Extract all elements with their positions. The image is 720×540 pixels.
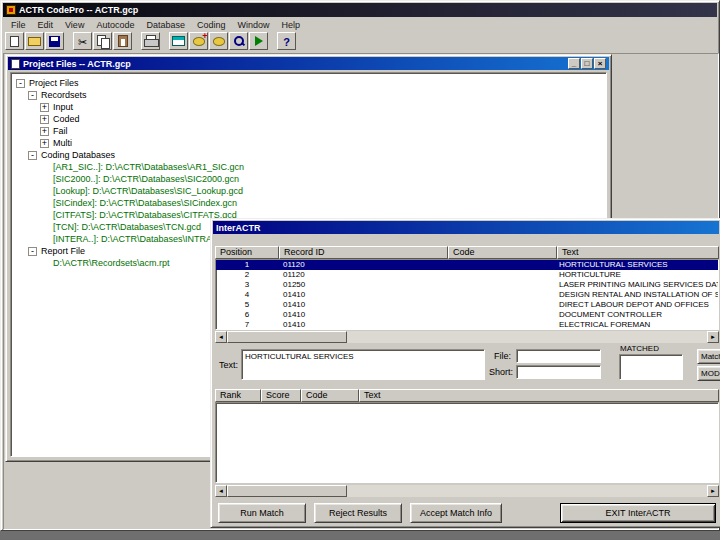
tree-item-coding-databases[interactable]: -Coding Databases bbox=[11, 149, 606, 161]
menu-coding[interactable]: Coding bbox=[191, 20, 232, 30]
tree-item-label: [INTERA..]: D:\ACTR\Databases\INTRA.gcn bbox=[53, 234, 229, 244]
tree-item-project-files[interactable]: -Project Files bbox=[11, 77, 606, 89]
interactr-window: InterACTR Position Record ID Code Text 1… bbox=[210, 218, 720, 528]
toolbar-button-search[interactable] bbox=[229, 32, 248, 50]
toolbar-button-copy[interactable] bbox=[93, 32, 112, 50]
result-row[interactable]: 501410DIRECT LABOUR DEPOT AND OFFICES bbox=[216, 300, 718, 310]
result-row[interactable]: 601410DOCUMENT CONTROLLER bbox=[216, 310, 718, 320]
tree-expander[interactable]: - bbox=[28, 151, 37, 160]
new-file-icon bbox=[10, 36, 19, 47]
menu-view[interactable]: View bbox=[59, 20, 90, 30]
scroll-track[interactable] bbox=[227, 331, 707, 343]
project-window-icon bbox=[11, 59, 20, 69]
short-field[interactable] bbox=[516, 365, 601, 379]
toolbar-button-database[interactable] bbox=[209, 32, 228, 50]
scroll-right-button[interactable]: ► bbox=[707, 485, 719, 497]
toolbar-button-grid[interactable] bbox=[169, 32, 188, 50]
toolbar-button-paste[interactable] bbox=[113, 32, 132, 50]
toolbar-button-save[interactable] bbox=[45, 32, 64, 50]
scroll-thumb[interactable] bbox=[227, 485, 347, 497]
close-button[interactable]: × bbox=[594, 58, 606, 69]
cell-code bbox=[447, 270, 556, 280]
toolbar-button-new[interactable] bbox=[5, 32, 24, 50]
menu-help[interactable]: Help bbox=[276, 20, 307, 30]
cell-position: 6 bbox=[216, 310, 278, 320]
project-window-titlebar[interactable]: Project Files -- ACTR.gcp _ □ × bbox=[8, 57, 609, 70]
result-row[interactable]: 401410DESIGN RENTAL AND INSTALLATION OF … bbox=[216, 290, 718, 300]
column-header-rank[interactable]: Rank bbox=[215, 389, 261, 402]
menu-file[interactable]: File bbox=[5, 20, 32, 30]
reject-results-button[interactable]: Reject Results bbox=[314, 503, 402, 523]
toolbar-button-help[interactable] bbox=[277, 32, 296, 50]
toolbar-button-run[interactable] bbox=[249, 32, 268, 50]
tree-expander[interactable]: - bbox=[28, 247, 37, 256]
scroll-right-button[interactable]: ► bbox=[707, 331, 719, 343]
tree-expander[interactable]: - bbox=[28, 91, 37, 100]
cell-text: HORTICULTURE bbox=[556, 270, 718, 280]
matched-field[interactable] bbox=[619, 354, 683, 380]
menu-window[interactable]: Window bbox=[231, 20, 275, 30]
tree-item-label: [AR1_SIC..]: D:\ACTR\Databases\AR1_SIC.g… bbox=[53, 162, 244, 172]
scroll-left-button[interactable]: ◄ bbox=[215, 331, 227, 343]
tree-expander[interactable]: + bbox=[40, 139, 49, 148]
toolbar-button-print[interactable] bbox=[141, 32, 160, 50]
tree-expander[interactable]: + bbox=[40, 103, 49, 112]
column-header-code[interactable]: Code bbox=[448, 246, 557, 259]
tree-expander[interactable]: + bbox=[40, 115, 49, 124]
toolbar-button-database-add[interactable] bbox=[189, 32, 208, 50]
tree-item-db-sicindex[interactable]: [SICindex]: D:\ACTR\Databases\SICindex.g… bbox=[11, 197, 606, 209]
grid-icon bbox=[172, 36, 185, 46]
tree-item-label: Coding Databases bbox=[41, 150, 115, 160]
column-header-score[interactable]: Score bbox=[261, 389, 301, 402]
short-field-label: Short: bbox=[489, 367, 513, 377]
tree-item-fail[interactable]: +Fail bbox=[11, 125, 606, 137]
column-header-position[interactable]: Position bbox=[215, 246, 279, 259]
text-field[interactable]: HORTICULTURAL SERVICES bbox=[241, 349, 485, 380]
column-header-record-id[interactable]: Record ID bbox=[279, 246, 448, 259]
file-field[interactable] bbox=[516, 349, 601, 363]
result-row[interactable]: 101120HORTICULTURAL SERVICES bbox=[216, 260, 718, 270]
tree-item-label: [SICindex]: D:\ACTR\Databases\SICindex.g… bbox=[53, 198, 237, 208]
scroll-thumb[interactable] bbox=[227, 331, 347, 343]
tree-expander[interactable]: - bbox=[16, 79, 25, 88]
toolbar-separator bbox=[133, 32, 141, 50]
match-hscrollbar[interactable]: ◄ ► bbox=[215, 485, 719, 497]
tree-item-label: [TCN]: D:\ACTR\Databases\TCN.gcd bbox=[53, 222, 201, 232]
accept-match-info-button[interactable]: Accept Match Info bbox=[410, 503, 502, 523]
toolbar-button-cut[interactable] bbox=[73, 32, 92, 50]
mod-button[interactable]: MOD bbox=[697, 366, 720, 381]
match-button[interactable]: Match bbox=[697, 349, 720, 364]
tree-item-input[interactable]: +Input bbox=[11, 101, 606, 113]
minimize-button[interactable]: _ bbox=[568, 58, 580, 69]
column-header-text[interactable]: Text bbox=[359, 389, 719, 402]
interactr-titlebar[interactable]: InterACTR bbox=[213, 221, 719, 234]
menu-edit[interactable]: Edit bbox=[32, 20, 60, 30]
result-row[interactable]: 201120HORTICULTURE bbox=[216, 270, 718, 280]
tree-item-coded[interactable]: +Coded bbox=[11, 113, 606, 125]
scroll-track[interactable] bbox=[227, 485, 707, 497]
result-row[interactable]: 701410ELECTRICAL FOREMAN bbox=[216, 320, 718, 330]
cell-record-id: 01410 bbox=[278, 320, 447, 330]
cell-record-id: 01410 bbox=[278, 290, 447, 300]
tree-item-label: D:\ACTR\Recordsets\acm.rpt bbox=[53, 258, 170, 268]
tree-item-recordsets[interactable]: -Recordsets bbox=[11, 89, 606, 101]
tree-item-db-sic2000[interactable]: [SIC2000..]: D:\ACTR\Databases\SIC2000.g… bbox=[11, 173, 606, 185]
menu-database[interactable]: Database bbox=[140, 20, 191, 30]
run-match-button[interactable]: Run Match bbox=[218, 503, 306, 523]
maximize-button[interactable]: □ bbox=[581, 58, 593, 69]
tree-item-db-lookup[interactable]: [Lookup]: D:\ACTR\Databases\SIC_Lookup.g… bbox=[11, 185, 606, 197]
search-icon bbox=[233, 35, 245, 47]
column-header-text[interactable]: Text bbox=[557, 246, 719, 259]
results-hscrollbar[interactable]: ◄ ► bbox=[215, 331, 719, 343]
exit-interactr-button[interactable]: EXIT InterACTR bbox=[560, 503, 716, 523]
column-header-code[interactable]: Code bbox=[301, 389, 359, 402]
toolbar-button-open[interactable] bbox=[25, 32, 44, 50]
result-row[interactable]: 301250LASER PRINTING MAILING SERVICES DA… bbox=[216, 280, 718, 290]
tree-expander[interactable]: + bbox=[40, 127, 49, 136]
app-icon bbox=[6, 5, 16, 15]
tree-item-db-ar1-sic[interactable]: [AR1_SIC..]: D:\ACTR\Databases\AR1_SIC.g… bbox=[11, 161, 606, 173]
tree-item-multi[interactable]: +Multi bbox=[11, 137, 606, 149]
menu-autocode[interactable]: Autocode bbox=[90, 20, 140, 30]
scroll-left-button[interactable]: ◄ bbox=[215, 485, 227, 497]
cell-text: LASER PRINTING MAILING SERVICES DATA P bbox=[556, 280, 718, 290]
